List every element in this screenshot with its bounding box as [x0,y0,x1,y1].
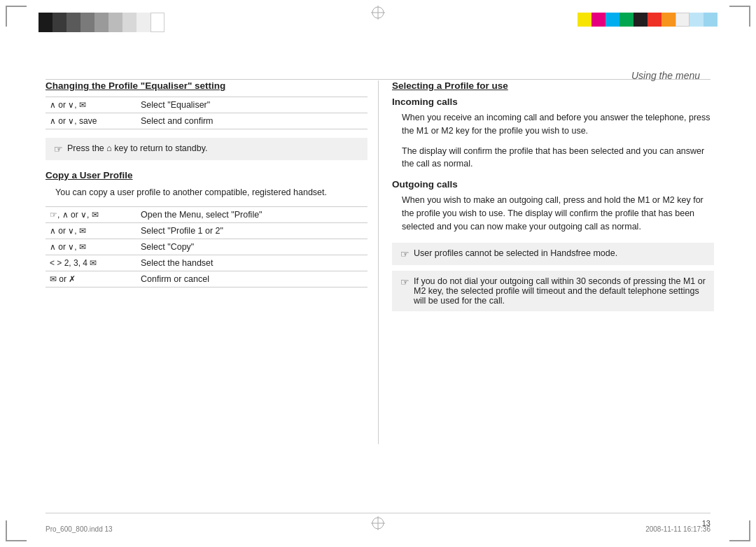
equaliser-table: ∧ or ∨, ✉ Select "Equaliser" ∧ or ∨, sav… [46,97,368,129]
note-box-standby: ☞ Press the ⌂ key to return to standby. [46,138,368,160]
table-row: < > 2, 3, 4 ✉ Select the handset [46,255,368,271]
key-cell: < > 2, 3, 4 ✉ [46,255,136,271]
action-cell: Select "Profile 1 or 2" [136,222,368,239]
key-cell: ☞, ∧ or ∨, ✉ [46,206,136,222]
note-icon-2: ☞ [400,276,410,287]
note-icon: ☞ [54,143,63,155]
right-section-title: Selecting a Profile for use [392,80,714,91]
note-handsfree: ☞ User profiles cannot be selected in Ha… [392,243,714,265]
corner-decoration-tl [6,6,27,27]
outgoing-calls-title: Outgoing calls [392,179,714,190]
outgoing-calls-section: Outgoing calls When you wish to make an … [392,179,714,233]
bottom-divider [46,513,710,513]
footer-left: Pro_600_800.indd 13 [46,525,113,533]
action-cell: Select and confirm [136,113,368,129]
top-divider [46,79,710,80]
left-column: Changing the Profile "Equaliser" setting… [46,80,368,296]
note-icon-1: ☞ [400,248,410,260]
table-row: ✉ or ✗ Confirm or cancel [46,271,368,287]
note-timeout: ☞ If you do not dial your outgoing call … [392,271,714,311]
footer-right: 2008-11-11 16:17:36 [645,525,710,533]
table-row: ☞, ∧ or ∨, ✉ Open the Menu, select "Prof… [46,206,368,222]
note-text-2: If you do not dial your outgoing call wi… [414,276,706,306]
key-cell: ✉ or ✗ [46,271,136,287]
reg-mark-top [370,4,386,21]
table-row: ∧ or ∨, ✉ Select "Profile 1 or 2" [46,222,368,239]
table-row: ∧ or ∨, ✉ Select "Equaliser" [46,97,368,113]
incoming-body1: When you receive an incoming call and be… [392,111,714,138]
footer: Pro_600_800.indd 13 2008-11-11 16:17:36 [0,525,756,533]
note-text-1: User profiles cannot be selected in Hand… [414,248,617,258]
action-cell: Select the handset [136,255,368,271]
table-row: ∧ or ∨, ✉ Select "Copy" [46,239,368,255]
key-cell: ∧ or ∨, ✉ [46,239,136,255]
copy-profile-body: You can copy a user profile to another c… [46,186,368,199]
color-bar-right [578,13,718,27]
table-row: ∧ or ∨, save Select and confirm [46,113,368,129]
page-title: Using the menu [631,70,700,81]
action-cell: Select "Equaliser" [136,97,368,113]
action-cell: Open the Menu, select "Profile" [136,206,368,222]
column-divider [378,80,379,444]
outgoing-body: When you wish to make an outgoing call, … [392,194,714,233]
key-cell: ∧ or ∨, ✉ [46,222,136,239]
key-cell: ∧ or ∨, save [46,113,136,129]
color-bar-left [38,13,164,32]
action-cell: Select "Copy" [136,239,368,255]
incoming-calls-section: Incoming calls When you receive an incom… [392,97,714,171]
key-cell: ∧ or ∨, ✉ [46,97,136,113]
left-section-title: Changing the Profile "Equaliser" setting [46,80,368,91]
right-column: Selecting a Profile for use Incoming cal… [392,80,714,321]
incoming-calls-title: Incoming calls [392,97,714,107]
copy-profile-title: Copy a User Profile [46,170,368,180]
corner-decoration-tr [729,6,750,27]
incoming-body2: The display will confirm the profile tha… [392,145,714,171]
copy-profile-table: ☞, ∧ or ∨, ✉ Open the Menu, select "Prof… [46,206,368,287]
action-cell: Confirm or cancel [136,271,368,287]
note-text: Press the ⌂ key to return to standby. [67,143,207,153]
